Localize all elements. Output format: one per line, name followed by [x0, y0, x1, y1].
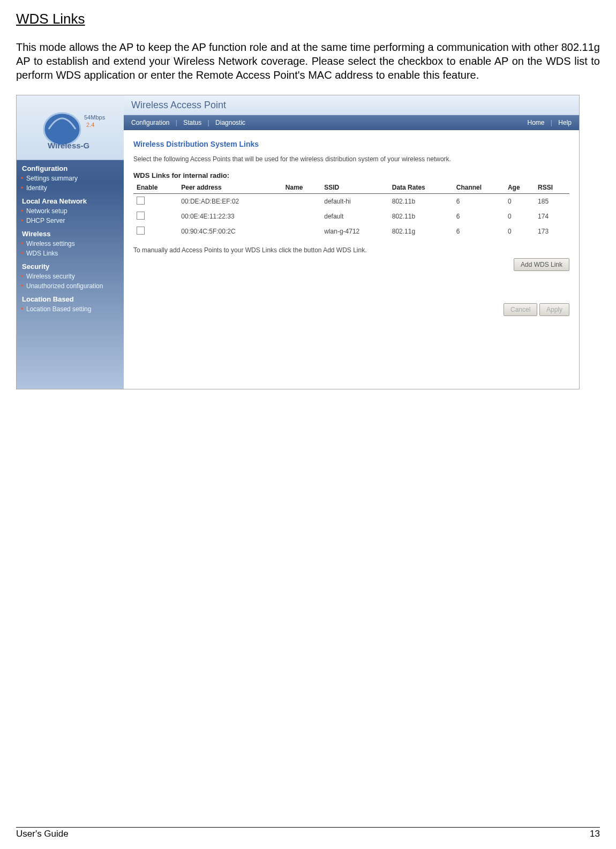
sidebar-section-lan: Local Area Network [17, 193, 124, 206]
svg-text:2.4: 2.4 [86, 122, 94, 128]
sidebar-link-location-setting[interactable]: Location Based setting [17, 304, 124, 314]
panel-title: Wireless Distribution System Links [133, 140, 569, 148]
svg-text:Wireless-G: Wireless-G [48, 141, 89, 150]
page-title: WDS Links [16, 11, 600, 27]
menu-separator: | [551, 119, 552, 126]
cancel-button[interactable]: Cancel [504, 303, 537, 316]
panel-intro: Select the following Access Points that … [133, 155, 569, 164]
cell-name [282, 209, 321, 224]
sidebar-link-wds-links[interactable]: WDS Links [17, 249, 124, 258]
sidebar: 54Mbps 2.4 Wireless-G Configuration Sett… [17, 95, 124, 389]
th-peer: Peer address [178, 182, 282, 194]
logo-box: 54Mbps 2.4 Wireless-G [17, 95, 124, 160]
cell-age: 0 [505, 224, 535, 239]
sidebar-section-configuration: Configuration [17, 160, 124, 174]
cell-channel: 6 [453, 224, 505, 239]
menubar-left: Configuration | Status | Diagnostic [131, 119, 250, 126]
topbar-title: Wireless Access Point [131, 100, 226, 111]
enable-checkbox[interactable] [137, 197, 145, 205]
topbar: Wireless Access Point [124, 95, 579, 115]
sidebar-link-wireless-security[interactable]: Wireless security [17, 272, 124, 281]
cell-name [282, 193, 321, 209]
enable-checkbox[interactable] [137, 212, 145, 220]
action-row: Cancel Apply [133, 303, 569, 316]
wds-tbody: 00:DE:AD:BE:EF:02 default-hi 802.11b 6 0… [133, 193, 569, 239]
cell-peer: 00:0E:4E:11:22:33 [178, 209, 282, 224]
menu-help[interactable]: Help [558, 119, 572, 126]
th-ssid: SSID [321, 182, 389, 194]
th-channel: Channel [453, 182, 505, 194]
sidebar-link-wireless-settings[interactable]: Wireless settings [17, 239, 124, 249]
menu-diagnostic[interactable]: Diagnostic [215, 119, 245, 126]
menu-separator: | [208, 119, 209, 126]
sidebar-section-location: Location Based [17, 291, 124, 304]
cell-peer: 00:DE:AD:BE:EF:02 [178, 193, 282, 209]
sidebar-section-wireless: Wireless [17, 226, 124, 239]
cell-peer: 00:90:4C:5F:00:2C [178, 224, 282, 239]
manual-note: To manually add Access Points to your WD… [133, 246, 569, 254]
intro-paragraph: This mode allows the AP to keep the AP f… [16, 40, 600, 82]
cell-channel: 6 [453, 209, 505, 224]
enable-checkbox[interactable] [137, 227, 145, 235]
add-wds-link-button[interactable]: Add WDS Link [514, 258, 569, 271]
table-row: 00:DE:AD:BE:EF:02 default-hi 802.11b 6 0… [133, 193, 569, 209]
menu-home[interactable]: Home [527, 119, 544, 126]
router-ui-screenshot: 54Mbps 2.4 Wireless-G Configuration Sett… [16, 95, 580, 389]
table-row: 00:90:4C:5F:00:2C wlan-g-4712 802.11g 6 … [133, 224, 569, 239]
add-button-row: Add WDS Link [133, 258, 569, 271]
sidebar-link-unauthorized-config[interactable]: Unauthorized configuration [17, 281, 124, 291]
cell-rssi: 173 [535, 224, 569, 239]
menubar: Configuration | Status | Diagnostic Home… [124, 115, 579, 130]
sidebar-link-dhcp-server[interactable]: DHCP Server [17, 216, 124, 226]
cell-rssi: 174 [535, 209, 569, 224]
table-subhead: WDS Links for internal radio: [133, 171, 569, 179]
cell-age: 0 [505, 193, 535, 209]
cell-channel: 6 [453, 193, 505, 209]
table-header-row: Enable Peer address Name SSID Data Rates… [133, 182, 569, 194]
th-age: Age [505, 182, 535, 194]
cell-name [282, 224, 321, 239]
cell-age: 0 [505, 209, 535, 224]
th-rssi: RSSI [535, 182, 569, 194]
menubar-right: Home | Help [523, 119, 572, 126]
cell-ssid: default [321, 209, 389, 224]
cell-rates: 802.11g [389, 224, 453, 239]
menu-status[interactable]: Status [183, 119, 201, 126]
wireless-g-logo-icon: 54Mbps 2.4 Wireless-G [33, 103, 108, 152]
content-panel: Wireless Distribution System Links Selec… [124, 130, 579, 389]
table-row: 00:0E:4E:11:22:33 default 802.11b 6 0 17… [133, 209, 569, 224]
th-rates: Data Rates [389, 182, 453, 194]
sidebar-section-security: Security [17, 258, 124, 272]
cell-rates: 802.11b [389, 209, 453, 224]
cell-ssid: wlan-g-4712 [321, 224, 389, 239]
menu-configuration[interactable]: Configuration [131, 119, 169, 126]
cell-rates: 802.11b [389, 193, 453, 209]
wds-table: Enable Peer address Name SSID Data Rates… [133, 182, 569, 239]
th-enable: Enable [133, 182, 178, 194]
th-name: Name [282, 182, 321, 194]
main-content: Wireless Access Point Configuration | St… [124, 95, 579, 389]
sidebar-link-network-setup[interactable]: Network setup [17, 206, 124, 216]
cell-ssid: default-hi [321, 193, 389, 209]
sidebar-link-settings-summary[interactable]: Settings summary [17, 174, 124, 183]
svg-text:54Mbps: 54Mbps [84, 114, 106, 121]
sidebar-link-identity[interactable]: Identity [17, 183, 124, 193]
cell-rssi: 185 [535, 193, 569, 209]
apply-button[interactable]: Apply [539, 303, 569, 316]
menu-separator: | [176, 119, 177, 126]
